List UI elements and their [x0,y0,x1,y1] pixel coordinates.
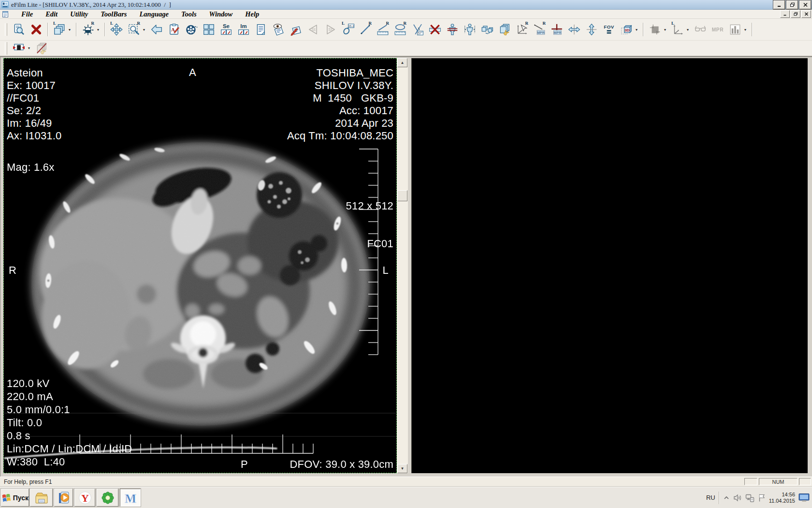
flip-horizontal-button[interactable] [567,22,581,37]
menu-item-toolbars[interactable]: ToolBars [94,10,133,18]
media-player-taskbar-button[interactable] [54,489,73,507]
stereo-view-button [693,22,708,37]
edit-report-button[interactable] [289,22,303,37]
efilm-m-taskbar-button[interactable]: MM [120,489,141,507]
orientation-axis-button[interactable]: L [670,22,685,37]
flip-horizontal-icon [568,23,580,36]
window-level-button[interactable]: R [81,22,95,37]
report-button[interactable] [254,22,268,37]
language-indicator[interactable]: RU [706,494,715,501]
minimize-button[interactable] [773,0,785,9]
menu-item-window[interactable]: Window [203,10,239,18]
orientation-axis-dropdown-arrow[interactable]: ▼ [685,22,691,37]
toolbar-grip[interactable] [5,42,7,55]
scroll-down-button[interactable]: ▼ [397,464,407,473]
overlay-text-line: 220.0 mA [7,390,132,403]
series-layout-icon: Se [220,23,232,36]
close-study-button[interactable] [29,22,44,37]
delete-measurements-icon [429,23,441,36]
start-button[interactable]: Пуск [1,489,29,507]
open-study-button[interactable] [12,22,26,37]
orientation-anterior: A [189,66,196,79]
menu-item-utility[interactable]: Utility [64,10,94,18]
menu-item-edit[interactable]: Edit [39,10,64,18]
view-report-button[interactable] [271,22,286,37]
clock[interactable]: 14:56 11.04.2015 [769,492,795,504]
cine-icon [185,23,198,36]
scroll-thumb[interactable] [397,190,407,201]
zoom-region-dropdown-arrow[interactable]: ▼ [141,22,147,37]
view-3d-dropdown-arrow[interactable]: ▼ [634,22,639,37]
flip-vertical-button[interactable] [584,22,599,37]
viewport-empty[interactable] [411,58,808,473]
annotations-button[interactable]: A [167,22,181,37]
menu-item-language[interactable]: Language [133,10,174,18]
overlay-text-line: Ax: I1031.0 [7,130,62,142]
cine-button[interactable] [184,22,199,37]
fov-button[interactable]: FOV [602,22,616,37]
mpr-orthogonal-button[interactable]: MPR [550,22,564,37]
toolbar-secondary: ▼ [0,41,812,56]
stack-mode-dropdown-arrow[interactable]: ▼ [67,22,72,37]
measure-angle-button[interactable]: 57° [410,22,425,37]
image-layout-button[interactable]: Im [236,22,251,37]
child-minimize-button[interactable] [780,10,790,18]
toolbar-grip[interactable] [5,23,7,36]
action-center-flag-icon[interactable] [758,493,766,502]
toolbar-separator [76,23,77,36]
measure-distance-button[interactable]: R [376,22,390,37]
tray-separator [719,492,720,504]
mpr-mode-icon: MPR [711,23,724,36]
child-restore-button[interactable] [791,10,800,18]
zoom-region-button[interactable]: R [127,22,141,37]
series-layout-button[interactable]: Se [219,22,233,37]
overlay-text-line: 2014 Apr 23 [287,117,393,130]
file-manager-taskbar-button[interactable] [30,489,53,507]
image-resolution: 512 x 512 [346,200,393,212]
scroll-up-button[interactable]: ▲ [397,58,407,67]
localizer-lines-button[interactable] [463,22,477,37]
viewport-active[interactable]: AsteionEx: 10017//FC01Se: 2/2Im: 16/49Ax… [3,58,397,473]
delete-measurements-button[interactable] [428,22,442,37]
drag-stack-button[interactable] [497,22,512,37]
image-scrollbar-track[interactable]: ▲ ▼ [397,58,408,473]
volume-icon[interactable] [733,493,742,502]
ellipse-roi-button[interactable]: R [393,22,407,37]
pan-button[interactable]: L [109,22,124,37]
yandex-browser-icon: Y [78,491,92,505]
reset-view-button[interactable] [149,22,164,37]
cursor-3d-button[interactable]: R [515,22,529,37]
show-hidden-icons-chevron[interactable] [723,494,730,502]
close-button[interactable] [799,0,811,9]
stack-mode-button[interactable]: L [52,22,67,37]
system-tray: RU 14:56 11.04.2015 [706,489,810,507]
link-stacks-button[interactable] [480,22,494,37]
histogram-dropdown-arrow[interactable]: ▼ [742,22,748,37]
overlay-text-line: Tilt: 0.0 [7,416,132,429]
scout-lines-button[interactable] [445,22,460,37]
network-icon[interactable] [745,493,754,502]
probe-button[interactable]: 35.2L [341,22,355,37]
compare-studies-dropdown-arrow[interactable]: ▼ [26,41,32,56]
display-monitor-icon[interactable] [798,493,810,503]
compare-studies-button[interactable] [12,41,26,56]
icq-taskbar-button[interactable] [97,489,118,507]
child-close-button[interactable] [801,10,811,18]
menu-item-help[interactable]: Help [239,10,265,18]
mpr-oblique-button[interactable]: MPRR [532,22,547,37]
draw-line-button[interactable]: R [358,22,373,37]
window-layout-button[interactable] [202,22,216,37]
status-cell-empty [799,478,811,485]
view-3d-button[interactable]: 3D [619,22,634,37]
next-study-icon: St [324,23,337,36]
overlay-dfov: DFOV: 39.0 x 39.0cm [290,458,393,471]
yandex-browser-taskbar-button[interactable]: Y [74,489,95,507]
desktop: eFilm Lite - [SHILOV I.V.38Y., 2014 Apr … [0,0,812,508]
mpr-orthogonal-icon: MPR [551,23,563,36]
restore-button[interactable] [786,0,798,9]
menu-item-file[interactable]: File [15,10,39,18]
menu-item-tools[interactable]: Tools [175,10,203,18]
film-box-dropdown-arrow[interactable]: ▼ [662,22,668,37]
window-level-dropdown-arrow[interactable]: ▼ [95,22,101,37]
fov-icon: FOV [603,23,615,36]
